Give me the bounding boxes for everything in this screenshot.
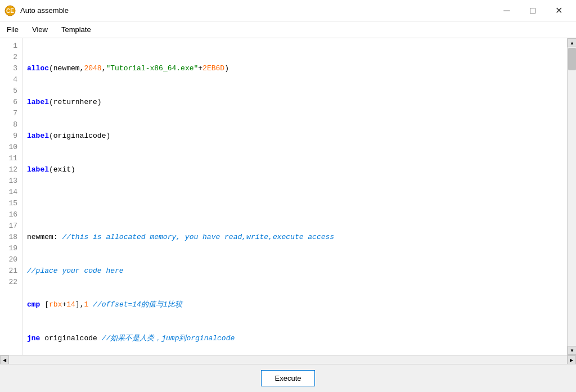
line-num-2: 2: [0, 52, 22, 63]
maximize-button[interactable]: □: [520, 2, 546, 20]
line-num-3: 3: [0, 63, 22, 74]
title-bar-controls: ─ □ ✕: [494, 2, 572, 20]
menu-file[interactable]: File: [0, 21, 25, 38]
code-line-2: label(returnhere): [27, 97, 562, 108]
scroll-h-track[interactable]: [9, 355, 567, 364]
menu-bar: File View Template: [0, 21, 576, 38]
footer: Execute: [0, 364, 576, 392]
scroll-up-button[interactable]: ▲: [568, 38, 576, 47]
scroll-track[interactable]: [568, 47, 576, 346]
line-num-22: 22: [0, 277, 22, 288]
code-line-5: [27, 198, 562, 209]
line-num-7: 7: [0, 108, 22, 119]
line-num-18: 18: [0, 232, 22, 243]
line-num-10: 10: [0, 142, 22, 153]
code-line-8: cmp [rbx+14],1 //offset=14的值与1比较: [27, 299, 562, 310]
code-line-9: jne originalcode //如果不是人类，jump到orginalco…: [27, 333, 562, 344]
line-num-13: 13: [0, 175, 22, 187]
line-num-16: 16: [0, 209, 22, 220]
line-num-1: 1: [0, 40, 22, 52]
minimize-button[interactable]: ─: [494, 2, 520, 20]
menu-view[interactable]: View: [25, 21, 55, 38]
line-num-15: 15: [0, 198, 22, 209]
line-num-11: 11: [0, 153, 22, 164]
code-line-3: label(originalcode): [27, 130, 562, 142]
line-num-4: 4: [0, 74, 22, 85]
line-num-12: 12: [0, 164, 22, 175]
app-icon: CE: [4, 5, 16, 16]
title-bar: CE Auto assemble ─ □ ✕: [0, 0, 576, 21]
line-num-6: 6: [0, 97, 22, 108]
line-num-19: 19: [0, 243, 22, 254]
code-line-4: label(exit): [27, 164, 562, 175]
code-line-6: newmem: //this is allocated memory, you …: [27, 232, 562, 243]
line-num-14: 14: [0, 187, 22, 198]
line-num-8: 8: [0, 119, 22, 130]
scroll-right-button[interactable]: ▶: [567, 355, 576, 364]
code-editor[interactable]: alloc(newmem,2048,"Tutorial-x86_64.exe"+…: [22, 38, 567, 355]
window-title: Auto assemble: [20, 6, 69, 15]
code-line-7: //place your code here: [27, 265, 562, 277]
line-num-21: 21: [0, 265, 22, 277]
horizontal-scrollbar[interactable]: ◀ ▶: [0, 355, 576, 364]
scroll-down-button[interactable]: ▼: [568, 346, 576, 355]
line-numbers: 1 2 3 4 5 6 7 8 9 10 11 12 13 14 15 16 1…: [0, 38, 22, 355]
editor-container: 1 2 3 4 5 6 7 8 9 10 11 12 13 14 15 16 1…: [0, 38, 576, 355]
close-button[interactable]: ✕: [546, 2, 572, 20]
scroll-thumb[interactable]: [568, 48, 576, 70]
line-num-20: 20: [0, 254, 22, 265]
vertical-scrollbar[interactable]: ▲ ▼: [567, 38, 576, 355]
line-num-9: 9: [0, 130, 22, 142]
menu-template[interactable]: Template: [55, 21, 98, 38]
line-num-5: 5: [0, 85, 22, 97]
execute-button[interactable]: Execute: [261, 370, 316, 386]
title-bar-left: CE Auto assemble: [4, 5, 69, 16]
scroll-left-button[interactable]: ◀: [0, 355, 9, 364]
svg-text:CE: CE: [6, 8, 14, 14]
code-line-1: alloc(newmem,2048,"Tutorial-x86_64.exe"+…: [27, 63, 562, 74]
line-num-17: 17: [0, 220, 22, 232]
